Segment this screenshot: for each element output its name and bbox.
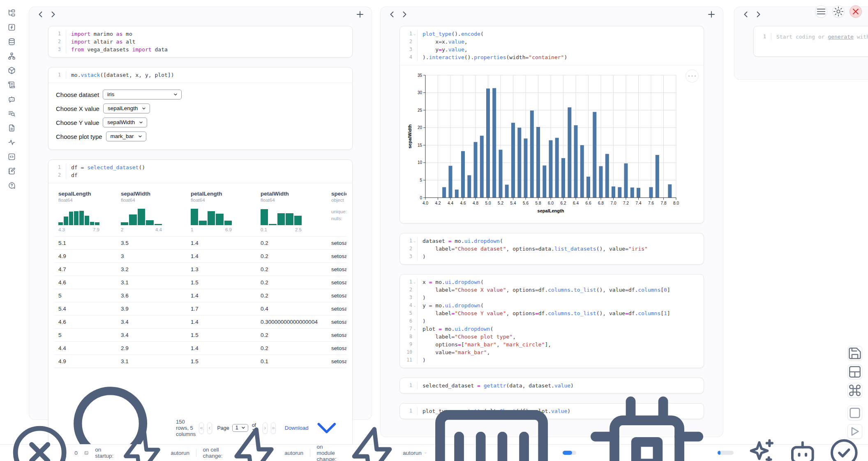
table-row[interactable]: 4.931.40.2setosa	[54, 249, 346, 263]
run-button[interactable]	[847, 424, 862, 439]
column-next-button[interactable]	[48, 9, 58, 19]
code-line[interactable]: 1⌄x = mo.ui.dropdown(	[400, 278, 704, 286]
code-line[interactable]: 3from vega_datasets import data	[48, 46, 352, 53]
svg-text:4.8: 4.8	[473, 201, 478, 205]
code-line[interactable]: 1⌄dataset = mo.ui.dropdown(	[400, 237, 704, 245]
code-editor[interactable]: 1⌄dataset = mo.ui.dropdown(2 label="Choo…	[400, 233, 704, 264]
svg-text:4.4: 4.4	[448, 201, 453, 205]
sidebar-logs-button[interactable]	[6, 79, 17, 90]
svg-text:7.2: 7.2	[623, 201, 629, 205]
code-line[interactable]: 3)	[400, 253, 704, 260]
code-line[interactable]: 2 x=x.value,	[400, 38, 704, 46]
sidebar-ai-chat-button[interactable]	[6, 94, 17, 104]
code-line[interactable]: 8 label="Choose plot type",	[400, 333, 704, 341]
choose-plot-type-select[interactable]: mark_bar	[106, 131, 146, 141]
code-line[interactable]: 7⌄plot = mo.ui.dropdown(	[400, 325, 704, 333]
on-module-change-setting[interactable]: on module change: autorun	[317, 424, 427, 461]
sidebar-help-button[interactable]	[6, 180, 17, 191]
sidebar-scratchpad-button[interactable]	[6, 166, 17, 176]
code-editor[interactable]: 1mo.vstack([dataset, x, y, plot])	[48, 67, 352, 83]
code-line[interactable]: 1import marimo as mo	[48, 30, 352, 38]
chart-output: 4.04.24.44.64.85.05.25.45.65.86.06.26.46…	[400, 65, 704, 223]
code-editor[interactable]: 1 Start coding or generate with AI	[754, 26, 868, 56]
code-editor[interactable]: 1import marimo as mo2import altair as al…	[48, 26, 352, 57]
table-row[interactable]: 4.63.11.50.2setosa	[54, 276, 346, 289]
sidebar-functions-button[interactable]	[6, 22, 17, 32]
errors-indicator[interactable]: 0	[7, 420, 78, 461]
chart-actions-button[interactable]	[686, 69, 699, 83]
code-line[interactable]: 3)	[400, 294, 704, 302]
bar-chart[interactable]: 4.04.24.44.64.85.05.25.45.65.86.06.26.46…	[406, 71, 699, 216]
svg-text:7.0: 7.0	[611, 201, 616, 205]
column-prev-button[interactable]	[741, 9, 751, 19]
sidebar-search-list-button[interactable]	[6, 108, 17, 119]
code-line[interactable]: 5 label="Choose Y value", options=df.col…	[400, 309, 704, 317]
code-line[interactable]: 1df = selected_dataset()	[48, 164, 352, 171]
table-row[interactable]: 5.43.91.70.4setosa	[54, 302, 346, 315]
svg-text:8.0: 8.0	[673, 201, 679, 205]
code-line[interactable]: 2 label="Choose dataset", options=data.l…	[400, 245, 704, 253]
choose-dataset-label: Choose dataset	[56, 91, 99, 98]
generate-link[interactable]: generate	[828, 34, 854, 40]
table-row[interactable]: 53.41.50.2setosa	[54, 328, 346, 341]
code-line[interactable]: 2 label="Choose X value", options=df.col…	[400, 286, 704, 294]
code-line[interactable]: 2import altair as alt	[48, 38, 352, 46]
code-line[interactable]: 10 value="mark_bar",	[400, 348, 704, 356]
add-column-button[interactable]	[355, 9, 365, 19]
code-line[interactable]: 6)	[400, 317, 704, 325]
table-row[interactable]: 53.61.40.2setosa	[54, 289, 346, 302]
choose-dataset-select[interactable]: iris	[103, 90, 182, 99]
layout-icon	[848, 365, 862, 379]
file-tree-icon	[8, 9, 16, 17]
app-frame-button[interactable]	[847, 406, 862, 420]
code-line[interactable]: 4).interactive().properties(width="conta…	[400, 53, 704, 61]
column-next-button[interactable]	[753, 9, 763, 19]
code-line[interactable]: 1⌄plot_type().encode(	[400, 30, 704, 38]
sparkles-icon[interactable]	[744, 436, 777, 461]
choose-y-value-select[interactable]: sepalWidth	[103, 118, 147, 127]
terminal-icon[interactable]	[84, 449, 88, 457]
code-line[interactable]: 1mo.vstack([dataset, x, y, plot])	[48, 71, 352, 79]
code-editor[interactable]: 1df = selected_dataset()2df	[48, 160, 352, 183]
menu-button[interactable]	[815, 5, 827, 18]
sidebar-dependency-graph-button[interactable]	[6, 51, 17, 61]
choose-x-value-select[interactable]: sepalLength	[103, 104, 150, 113]
table-row[interactable]: 5.13.51.40.2setosa	[54, 236, 346, 249]
zap-icon	[116, 427, 168, 461]
table-row[interactable]: 4.93.11.50.1setosa	[54, 355, 346, 368]
sidebar-documentation-button[interactable]	[6, 122, 17, 133]
sidebar-packages-button[interactable]	[6, 65, 17, 76]
column-prev-button[interactable]	[387, 9, 397, 19]
svg-text:6.6: 6.6	[586, 201, 591, 205]
code-line[interactable]: 4⌄y = mo.ui.dropdown(	[400, 302, 704, 309]
sidebar-snippets-button[interactable]	[6, 151, 17, 162]
table-row[interactable]: 4.63.41.40.30000000000000004setosa	[54, 315, 346, 328]
keyboard-shortcuts-button[interactable]	[847, 383, 862, 398]
close-icon	[850, 6, 861, 17]
close-button[interactable]	[850, 5, 862, 18]
code-line[interactable]: 9 options=["mark_bar", "mark_circle"],	[400, 341, 704, 348]
logs-icon	[8, 81, 16, 89]
sidebar-tracing-button[interactable]	[6, 137, 17, 148]
save-button[interactable]	[847, 346, 862, 361]
code-line[interactable]: 3 y=y.value,	[400, 46, 704, 53]
column-prev-button[interactable]	[36, 9, 46, 19]
layout-select-button[interactable]	[847, 364, 862, 379]
column-next-button[interactable]	[399, 9, 409, 19]
code-line[interactable]: 2df	[48, 171, 352, 179]
circle-check-icon[interactable]	[828, 436, 861, 461]
code-editor[interactable]: 1⌄plot_type().encode(2 x=x.value,3 y=y.v…	[400, 26, 704, 65]
code-editor[interactable]: 1⌄x = mo.ui.dropdown(2 label="Choose X v…	[400, 274, 704, 368]
code-line[interactable]: 11)	[400, 356, 704, 364]
svg-text:15: 15	[418, 143, 422, 148]
add-column-button[interactable]	[706, 9, 716, 19]
on-startup-setting[interactable]: on startup: autorun	[95, 427, 189, 461]
settings-button[interactable]	[832, 5, 845, 18]
on-cell-change-setting[interactable]: on cell change: autorun	[203, 425, 303, 461]
sidebar-database-button[interactable]	[6, 36, 17, 47]
svg-text:5.8: 5.8	[536, 201, 541, 205]
table-row[interactable]: 4.73.21.30.2setosa	[54, 263, 346, 276]
table-row[interactable]: 4.42.91.40.2setosa	[54, 341, 346, 355]
sidebar-file-tree-button[interactable]	[6, 7, 17, 18]
bot-icon[interactable]	[786, 436, 819, 461]
